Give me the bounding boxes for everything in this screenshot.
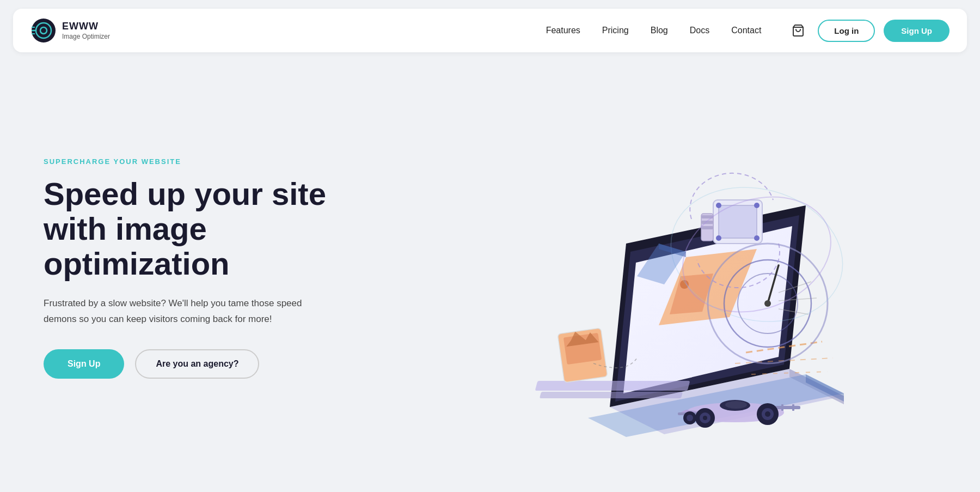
hero-content: SUPERCHARGE YOUR WEBSITE Speed up your s…: [44, 157, 348, 379]
logo[interactable]: EWWW Image Optimizer: [30, 17, 110, 44]
svg-point-48: [716, 203, 721, 208]
hero-section: SUPERCHARGE YOUR WEBSITE Speed up your s…: [0, 61, 980, 475]
nav-blog[interactable]: Blog: [651, 26, 668, 35]
svg-rect-57: [564, 333, 602, 365]
hero-signup-button[interactable]: Sign Up: [44, 349, 124, 379]
svg-rect-18: [535, 381, 690, 391]
svg-rect-27: [792, 404, 794, 411]
nav-docs[interactable]: Docs: [690, 26, 709, 35]
navbar: EWWW Image Optimizer Features Pricing Bl…: [13, 9, 967, 52]
svg-rect-47: [719, 205, 757, 238]
svg-point-29: [725, 401, 747, 409]
nav-contact[interactable]: Contact: [731, 26, 761, 35]
svg-rect-25: [773, 406, 800, 409]
hero-buttons: Sign Up Are you an agency?: [44, 349, 348, 379]
svg-point-45: [764, 300, 771, 307]
hero-illustration: [348, 91, 936, 445]
svg-rect-26: [781, 404, 783, 411]
nav-actions: Log in Sign Up: [787, 20, 950, 42]
svg-point-35: [765, 411, 770, 417]
svg-point-32: [703, 416, 707, 420]
nav-features[interactable]: Features: [546, 26, 580, 35]
nav-links: Features Pricing Blog Docs Contact: [546, 26, 762, 35]
illustration-svg: [348, 91, 936, 445]
logo-icon: [30, 17, 57, 44]
hero-description: Frustrated by a slow website? We'll help…: [44, 296, 305, 327]
svg-rect-55: [701, 226, 713, 229]
logo-subtitle: Image Optimizer: [62, 33, 110, 40]
svg-point-50: [716, 235, 721, 241]
nav-pricing[interactable]: Pricing: [602, 26, 629, 35]
login-button[interactable]: Log in: [818, 20, 875, 42]
hero-tagline: SUPERCHARGE YOUR WEBSITE: [44, 157, 348, 166]
svg-point-37: [687, 415, 693, 421]
cart-icon[interactable]: [787, 20, 809, 41]
hero-agency-button[interactable]: Are you an agency?: [135, 349, 259, 379]
logo-title: EWWW: [62, 21, 110, 33]
svg-point-49: [754, 203, 759, 208]
signup-nav-button[interactable]: Sign Up: [884, 20, 950, 42]
svg-point-51: [754, 235, 759, 241]
svg-rect-19: [540, 392, 683, 398]
hero-title: Speed up your site with image optimizati…: [44, 177, 348, 281]
